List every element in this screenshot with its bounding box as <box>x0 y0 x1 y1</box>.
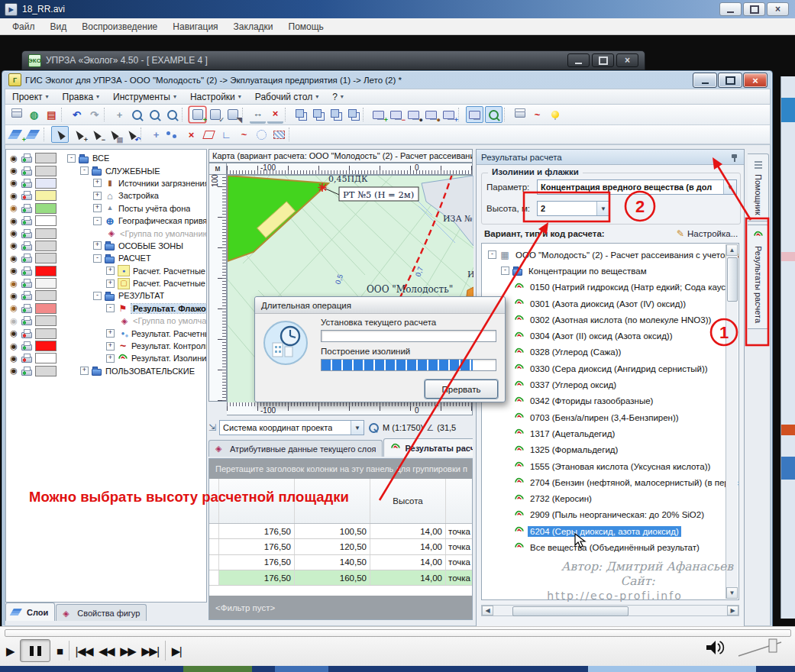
scroll-down-arrow[interactable]: ▼ <box>726 587 738 599</box>
toolbar-icon[interactable]: ∟ <box>218 127 234 142</box>
results-horizontal-scrollbar[interactable]: ◀ ▶ <box>481 605 739 616</box>
side-tab[interactable]: Помощник <box>748 153 769 221</box>
toolbar-icon[interactable] <box>289 128 295 141</box>
visibility-eye-icon[interactable] <box>8 154 19 163</box>
printer-icon[interactable] <box>21 304 32 313</box>
toolbar-icon[interactable]: ● <box>406 107 422 122</box>
toolbar-icon[interactable]: × <box>183 127 199 142</box>
results-tree-row[interactable]: 0302 (Азотная кислота (по молекуле HNO3)… <box>482 312 738 328</box>
layer-color-swatch[interactable] <box>35 203 57 214</box>
layer-color-swatch[interactable] <box>35 278 57 289</box>
visibility-eye-icon[interactable] <box>8 367 19 375</box>
player-menu-item[interactable]: Воспроизведение <box>74 21 165 32</box>
toolbar-icon[interactable]: + <box>111 107 128 122</box>
layer-tree-row[interactable]: + Источники загрязнения ат... <box>6 177 206 189</box>
scale-magnifier-icon[interactable] <box>367 422 380 434</box>
toolbar-icon[interactable] <box>328 107 344 122</box>
tree-expander[interactable]: + <box>80 367 89 375</box>
coord-mode-icon[interactable]: ⇲ <box>208 422 216 433</box>
results-tree-row[interactable]: 2909 (Пыль неорганическая: до 20% SiO2) <box>482 507 738 523</box>
side-tab[interactable]: Результаты расчета <box>748 225 769 329</box>
visibility-eye-icon[interactable] <box>8 254 19 263</box>
uprza-close-button[interactable]: × <box>616 53 638 67</box>
results-tree-row[interactable]: - Концентрации по веществам <box>482 263 738 279</box>
printer-icon[interactable] <box>21 291 32 300</box>
visibility-eye-icon[interactable] <box>8 292 19 300</box>
toolbar-icon[interactable] <box>285 108 291 121</box>
layer-tree-row[interactable]: - ВСЕ <box>6 152 206 164</box>
toolbar-icon[interactable]: ↶ <box>123 127 139 142</box>
visibility-eye-icon[interactable] <box>8 179 19 187</box>
player-control-button[interactable]: ▶| <box>172 645 181 657</box>
player-control-button[interactable]: ▶ <box>6 645 14 657</box>
grid-groupby-bar[interactable]: Перетащите заголовок колонки на эту пане… <box>209 459 472 479</box>
layer-color-swatch[interactable] <box>35 366 57 376</box>
printer-icon[interactable] <box>21 367 32 376</box>
printer-icon[interactable] <box>21 166 32 176</box>
printer-icon[interactable] <box>21 279 32 288</box>
visibility-eye-icon[interactable] <box>8 329 19 338</box>
gis-menu-item[interactable]: Инструменты <box>106 89 183 104</box>
toolbar-icon[interactable] <box>164 107 180 122</box>
visibility-eye-icon[interactable] <box>8 317 19 325</box>
toolbar-icon[interactable] <box>363 108 369 121</box>
gis-menu-item[interactable]: Проект <box>5 89 56 104</box>
results-tree-row[interactable]: 0337 (Углерод оксид) <box>482 376 738 393</box>
gis-title-bar[interactable]: Г ГИС Эколог для УПРЗА - ООО "Молодость"… <box>2 71 772 89</box>
visibility-eye-icon[interactable] <box>8 229 19 237</box>
height-combo[interactable]: 2▼ <box>537 201 610 216</box>
toolbar-icon[interactable] <box>254 127 270 142</box>
results-tree-row[interactable]: 2704 (Бензин (нефтяной, малосернистый) (… <box>482 474 738 490</box>
player-menu-item[interactable]: Файл <box>5 21 43 32</box>
layer-tree-row[interactable]: + Результат. Расчетные т... <box>6 327 206 339</box>
printer-icon[interactable] <box>21 241 32 250</box>
toolbar-icon[interactable] <box>26 127 42 142</box>
toolbar-icon[interactable]: ◍ <box>26 107 42 122</box>
toolbar-icon[interactable]: × <box>267 106 283 124</box>
pin-icon[interactable] <box>730 153 739 162</box>
player-control-button[interactable]: ◀◀ <box>99 645 114 657</box>
printer-icon[interactable] <box>21 204 32 213</box>
layer-color-swatch[interactable] <box>35 166 57 176</box>
tree-expander[interactable]: + <box>93 179 102 187</box>
uprza-window-title-bar[interactable]: ЭКО УПРЗА «Эколог» 4.50 - [ EXAMPLE 4 ] … <box>21 50 645 70</box>
player-control-button[interactable] <box>165 641 166 661</box>
gis-menu-item[interactable]: Правка <box>56 89 107 104</box>
player-control-button[interactable]: ▶▶ <box>120 645 135 657</box>
toolbar-icon[interactable]: + <box>148 127 164 142</box>
toolbar-icon[interactable]: + <box>441 107 457 122</box>
toolbar-icon[interactable] <box>547 107 563 122</box>
uprza-maximize-button[interactable] <box>592 53 614 67</box>
layer-color-swatch[interactable] <box>35 353 57 363</box>
results-tree-row[interactable]: 0301 (Азота диоксид (Азот (IV) оксид)) <box>482 296 738 312</box>
layer-color-swatch[interactable] <box>35 290 57 301</box>
layer-tree-row[interactable]: + Результат. Контрольны... <box>6 340 206 352</box>
toolbar-icon[interactable]: − <box>88 127 104 142</box>
parameter-combo[interactable]: Концентрация вредного вещества (в дол▼ <box>537 179 737 195</box>
toolbar-icon[interactable]: ↔ <box>250 106 266 124</box>
uprza-minimize-button[interactable] <box>567 53 590 67</box>
results-tree-row[interactable]: 1317 (Ацетальдегид) <box>482 425 738 441</box>
layer-tree-row[interactable]: + ПОЛЬЗОВАТЕЛЬСКИЕ <box>6 365 206 377</box>
toolbar-icon[interactable]: ~ <box>529 107 545 122</box>
layer-tree-row[interactable]: + Расчет. Расчетные площ... <box>6 277 206 289</box>
gis-maximize-button[interactable] <box>718 73 742 88</box>
layers-panel-tab[interactable]: Слои <box>5 603 55 621</box>
toolbar-icon[interactable] <box>485 106 503 123</box>
toolbar-icon[interactable] <box>44 128 50 141</box>
visibility-eye-icon[interactable] <box>8 241 19 250</box>
tree-expander[interactable]: + <box>106 329 115 338</box>
tree-expander[interactable]: + <box>93 192 102 200</box>
table-row[interactable]: 176,50 120,50 14,00 точка <box>209 539 472 554</box>
toolbar-icon[interactable] <box>345 107 361 122</box>
player-close-button[interactable]: × <box>767 2 789 16</box>
visibility-eye-icon[interactable] <box>8 204 19 212</box>
tree-expander[interactable]: + <box>106 279 115 288</box>
player-control-button[interactable]: |◀◀ <box>76 645 92 657</box>
volume-icon[interactable] <box>705 638 726 657</box>
player-minimize-button[interactable] <box>719 2 742 16</box>
layer-color-swatch[interactable] <box>35 303 57 314</box>
visibility-eye-icon[interactable] <box>8 166 19 175</box>
dialog-title[interactable]: Длительная операция <box>255 297 505 314</box>
toolbar-icon[interactable] <box>104 108 110 121</box>
